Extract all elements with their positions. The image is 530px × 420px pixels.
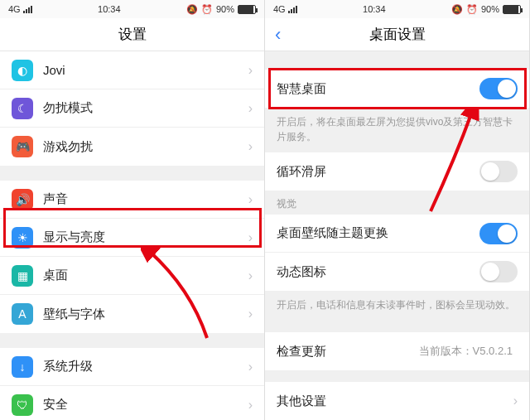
chevron-right-icon: › — [248, 192, 253, 207]
alarm-icon: ⏰ — [201, 4, 213, 15]
network-label: 4G — [273, 4, 286, 14]
brightness-icon: ☀ — [12, 227, 33, 249]
alarm-icon: ⏰ — [466, 4, 478, 15]
battery-pct: 90% — [481, 4, 499, 14]
row-display[interactable]: ☀ 显示与亮度 › — [0, 219, 264, 257]
desktop-icon: ▦ — [12, 265, 33, 287]
battery-icon — [238, 5, 256, 14]
nav-bar: 设置 — [0, 18, 264, 51]
row-sound[interactable]: 🔊 声音 › — [0, 181, 264, 219]
toggle-loop-scroll[interactable] — [479, 161, 518, 182]
chevron-right-icon: › — [248, 139, 253, 154]
nav-bar: ‹ 桌面设置 — [265, 18, 529, 51]
clock: 10:34 — [363, 4, 386, 14]
row-loop-scroll[interactable]: 循环滑屏 — [265, 152, 529, 191]
clock: 10:34 — [98, 4, 121, 14]
moon-icon: ☾ — [12, 98, 33, 119]
update-icon: ↓ — [12, 356, 33, 378]
chevron-right-icon: › — [248, 101, 253, 116]
network-label: 4G — [8, 4, 21, 14]
smart-desktop-desc: 开启后，将在桌面最左屏为您提供vivo及第三方智慧卡片服务。 — [265, 108, 529, 152]
chevron-right-icon: › — [248, 398, 253, 413]
version-label: 当前版本：V5.0.2.1 — [419, 344, 513, 359]
signal-icon — [23, 5, 32, 13]
jovi-icon: ◐ — [12, 60, 33, 81]
chevron-right-icon: › — [513, 393, 518, 408]
chevron-right-icon: › — [248, 268, 253, 283]
signal-icon — [288, 5, 297, 13]
row-wallpaper[interactable]: A 壁纸与字体 › — [0, 295, 264, 333]
battery-icon — [503, 5, 521, 14]
row-game-dnd[interactable]: 🎮 游戏勿扰 › — [0, 128, 264, 166]
mute-icon: 🔕 — [186, 4, 198, 15]
row-smart-desktop[interactable]: 智慧桌面 — [265, 70, 529, 108]
font-icon: A — [12, 303, 33, 325]
toggle-wallpaper-theme[interactable] — [479, 223, 518, 244]
back-button[interactable]: ‹ — [275, 24, 281, 46]
row-check-update[interactable]: 检查更新 当前版本：V5.0.2.1 — [265, 332, 529, 370]
right-phone-desktop-settings: 4G 10:34 🔕 ⏰ 90% ‹ 桌面设置 智慧桌面 开启后，将在桌面最左屏… — [265, 0, 530, 420]
chevron-right-icon: › — [248, 360, 253, 374]
dynamic-icon-desc: 开启后，电话和信息有未读事件时，图标会呈现动效。 — [265, 291, 529, 321]
row-dynamic-icon[interactable]: 动态图标 — [265, 253, 529, 291]
mute-icon: 🔕 — [451, 4, 463, 15]
speaker-icon: 🔊 — [12, 189, 33, 210]
shield-icon: 🛡 — [12, 394, 33, 416]
chevron-right-icon: › — [248, 230, 253, 245]
row-desktop[interactable]: ▦ 桌面 › — [0, 257, 264, 295]
status-bar: 4G 10:34 🔕 ⏰ 90% — [265, 0, 529, 18]
row-update[interactable]: ↓ 系统升级 › — [0, 348, 264, 386]
section-vision: 视觉 — [265, 191, 529, 215]
left-phone-settings: 4G 10:34 🔕 ⏰ 90% 设置 ◐ Jovi › ☾ 勿扰模式 › 🎮 … — [0, 0, 265, 420]
toggle-smart-desktop[interactable] — [479, 78, 518, 99]
row-jovi[interactable]: ◐ Jovi › — [0, 51, 264, 89]
chevron-right-icon: › — [248, 63, 253, 78]
row-wallpaper-theme[interactable]: 桌面壁纸随主题更换 — [265, 215, 529, 253]
battery-pct: 90% — [216, 4, 234, 14]
toggle-dynamic-icon[interactable] — [479, 261, 518, 282]
chevron-right-icon: › — [248, 307, 253, 321]
status-bar: 4G 10:34 🔕 ⏰ 90% — [0, 0, 264, 18]
row-security[interactable]: 🛡 安全 › — [0, 386, 264, 420]
page-title: 桌面设置 — [369, 25, 426, 44]
row-dnd[interactable]: ☾ 勿扰模式 › — [0, 89, 264, 128]
row-other-settings[interactable]: 其他设置 › — [265, 382, 529, 420]
gamepad-icon: 🎮 — [12, 136, 33, 157]
page-title: 设置 — [118, 25, 147, 44]
